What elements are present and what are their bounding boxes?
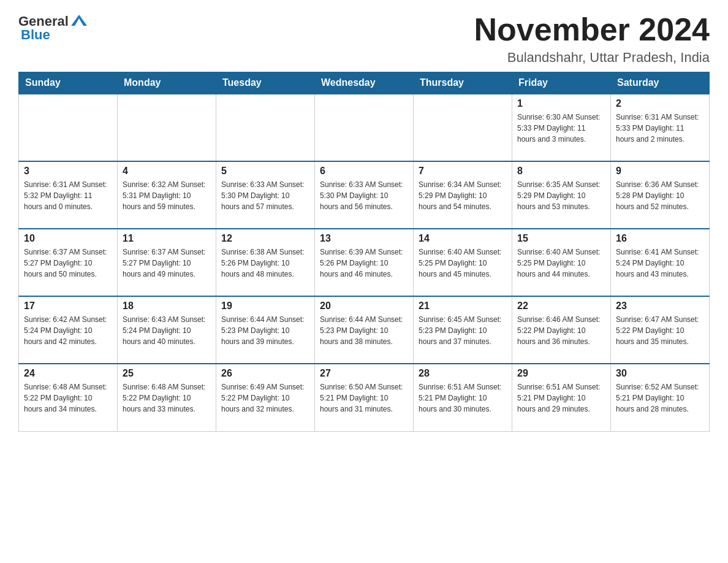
col-thursday: Thursday — [414, 72, 512, 94]
calendar-cell: 12Sunrise: 6:38 AM Sunset: 5:26 PM Dayli… — [216, 229, 315, 296]
col-saturday: Saturday — [611, 72, 710, 94]
calendar-cell: 3Sunrise: 6:31 AM Sunset: 5:32 PM Daylig… — [19, 161, 118, 229]
day-info: Sunrise: 6:34 AM Sunset: 5:29 PM Dayligh… — [419, 179, 507, 212]
day-number: 4 — [123, 166, 211, 177]
calendar-week-row: 17Sunrise: 6:42 AM Sunset: 5:24 PM Dayli… — [19, 296, 710, 364]
calendar-cell — [414, 94, 512, 161]
col-sunday: Sunday — [19, 72, 118, 94]
calendar-cell: 6Sunrise: 6:33 AM Sunset: 5:30 PM Daylig… — [315, 161, 414, 229]
logo: General Blue — [18, 12, 89, 43]
calendar-cell — [118, 94, 216, 161]
day-info: Sunrise: 6:39 AM Sunset: 5:26 PM Dayligh… — [320, 247, 408, 280]
calendar-cell — [216, 94, 315, 161]
col-friday: Friday — [512, 72, 611, 94]
day-info: Sunrise: 6:44 AM Sunset: 5:23 PM Dayligh… — [221, 314, 309, 347]
day-number: 12 — [221, 233, 309, 244]
col-wednesday: Wednesday — [315, 72, 414, 94]
day-number: 28 — [419, 368, 507, 379]
calendar-cell: 21Sunrise: 6:45 AM Sunset: 5:23 PM Dayli… — [414, 296, 512, 364]
day-number: 13 — [320, 233, 408, 244]
calendar-cell: 27Sunrise: 6:50 AM Sunset: 5:21 PM Dayli… — [315, 364, 414, 431]
day-info: Sunrise: 6:33 AM Sunset: 5:30 PM Dayligh… — [221, 179, 309, 212]
day-number: 23 — [616, 301, 704, 312]
day-info: Sunrise: 6:48 AM Sunset: 5:22 PM Dayligh… — [24, 381, 112, 415]
day-info: Sunrise: 6:48 AM Sunset: 5:22 PM Dayligh… — [123, 381, 211, 415]
calendar-cell: 20Sunrise: 6:44 AM Sunset: 5:23 PM Dayli… — [315, 296, 414, 364]
day-info: Sunrise: 6:51 AM Sunset: 5:21 PM Dayligh… — [419, 381, 507, 415]
day-number: 1 — [517, 98, 605, 109]
day-info: Sunrise: 6:33 AM Sunset: 5:30 PM Dayligh… — [320, 179, 408, 212]
day-info: Sunrise: 6:45 AM Sunset: 5:23 PM Dayligh… — [419, 314, 507, 347]
calendar-cell: 7Sunrise: 6:34 AM Sunset: 5:29 PM Daylig… — [414, 161, 512, 229]
calendar-cell: 26Sunrise: 6:49 AM Sunset: 5:22 PM Dayli… — [216, 364, 315, 431]
day-number: 24 — [24, 368, 112, 379]
day-info: Sunrise: 6:40 AM Sunset: 5:25 PM Dayligh… — [517, 247, 605, 280]
day-info: Sunrise: 6:40 AM Sunset: 5:25 PM Dayligh… — [419, 247, 507, 280]
day-number: 18 — [123, 301, 211, 312]
day-info: Sunrise: 6:41 AM Sunset: 5:24 PM Dayligh… — [616, 247, 704, 280]
day-number: 30 — [616, 368, 704, 379]
day-info: Sunrise: 6:35 AM Sunset: 5:29 PM Dayligh… — [517, 179, 605, 212]
calendar-title: November 2024 — [474, 12, 710, 47]
calendar-cell: 30Sunrise: 6:52 AM Sunset: 5:21 PM Dayli… — [611, 364, 710, 431]
calendar-header-row: Sunday Monday Tuesday Wednesday Thursday… — [19, 72, 710, 94]
day-number: 16 — [616, 233, 704, 244]
day-info: Sunrise: 6:51 AM Sunset: 5:21 PM Dayligh… — [517, 381, 605, 415]
calendar-cell: 25Sunrise: 6:48 AM Sunset: 5:22 PM Dayli… — [118, 364, 216, 431]
calendar-cell: 28Sunrise: 6:51 AM Sunset: 5:21 PM Dayli… — [414, 364, 512, 431]
calendar-cell: 5Sunrise: 6:33 AM Sunset: 5:30 PM Daylig… — [216, 161, 315, 229]
day-info: Sunrise: 6:50 AM Sunset: 5:21 PM Dayligh… — [320, 381, 408, 415]
title-block: November 2024 Bulandshahr, Uttar Pradesh… — [474, 12, 710, 66]
day-number: 11 — [123, 233, 211, 244]
day-info: Sunrise: 6:30 AM Sunset: 5:33 PM Dayligh… — [517, 112, 605, 145]
day-number: 20 — [320, 301, 408, 312]
day-info: Sunrise: 6:38 AM Sunset: 5:26 PM Dayligh… — [221, 247, 309, 280]
calendar-cell: 19Sunrise: 6:44 AM Sunset: 5:23 PM Dayli… — [216, 296, 315, 364]
day-number: 26 — [221, 368, 309, 379]
day-number: 6 — [320, 166, 408, 177]
day-info: Sunrise: 6:49 AM Sunset: 5:22 PM Dayligh… — [221, 381, 309, 415]
day-info: Sunrise: 6:37 AM Sunset: 5:27 PM Dayligh… — [123, 247, 211, 280]
day-number: 21 — [419, 301, 507, 312]
calendar-cell: 22Sunrise: 6:46 AM Sunset: 5:22 PM Dayli… — [512, 296, 611, 364]
calendar-cell: 11Sunrise: 6:37 AM Sunset: 5:27 PM Dayli… — [118, 229, 216, 296]
day-number: 29 — [517, 368, 605, 379]
day-number: 27 — [320, 368, 408, 379]
calendar-cell: 8Sunrise: 6:35 AM Sunset: 5:29 PM Daylig… — [512, 161, 611, 229]
day-info: Sunrise: 6:44 AM Sunset: 5:23 PM Dayligh… — [320, 314, 408, 347]
day-info: Sunrise: 6:37 AM Sunset: 5:27 PM Dayligh… — [24, 247, 112, 280]
day-number: 2 — [616, 98, 704, 109]
calendar-cell: 4Sunrise: 6:32 AM Sunset: 5:31 PM Daylig… — [118, 161, 216, 229]
day-number: 14 — [419, 233, 507, 244]
calendar-cell — [315, 94, 414, 161]
day-number: 5 — [221, 166, 309, 177]
logo-blue-text: Blue — [21, 27, 50, 43]
day-info: Sunrise: 6:46 AM Sunset: 5:22 PM Dayligh… — [517, 314, 605, 347]
day-number: 15 — [517, 233, 605, 244]
day-number: 17 — [24, 301, 112, 312]
calendar-week-row: 24Sunrise: 6:48 AM Sunset: 5:22 PM Dayli… — [19, 364, 710, 431]
calendar-cell: 18Sunrise: 6:43 AM Sunset: 5:24 PM Dayli… — [118, 296, 216, 364]
calendar-cell — [19, 94, 118, 161]
calendar-cell: 17Sunrise: 6:42 AM Sunset: 5:24 PM Dayli… — [19, 296, 118, 364]
page-header: General Blue November 2024 Bulandshahr, … — [18, 12, 710, 66]
calendar-week-row: 1Sunrise: 6:30 AM Sunset: 5:33 PM Daylig… — [19, 94, 710, 161]
day-info: Sunrise: 6:36 AM Sunset: 5:28 PM Dayligh… — [616, 179, 704, 212]
day-number: 7 — [419, 166, 507, 177]
day-number: 10 — [24, 233, 112, 244]
day-info: Sunrise: 6:47 AM Sunset: 5:22 PM Dayligh… — [616, 314, 704, 347]
calendar-cell: 14Sunrise: 6:40 AM Sunset: 5:25 PM Dayli… — [414, 229, 512, 296]
calendar-cell: 15Sunrise: 6:40 AM Sunset: 5:25 PM Dayli… — [512, 229, 611, 296]
calendar-cell: 2Sunrise: 6:31 AM Sunset: 5:33 PM Daylig… — [611, 94, 710, 161]
day-number: 8 — [517, 166, 605, 177]
calendar-cell: 24Sunrise: 6:48 AM Sunset: 5:22 PM Dayli… — [19, 364, 118, 431]
day-info: Sunrise: 6:31 AM Sunset: 5:32 PM Dayligh… — [24, 179, 112, 212]
day-info: Sunrise: 6:52 AM Sunset: 5:21 PM Dayligh… — [616, 381, 704, 415]
day-info: Sunrise: 6:43 AM Sunset: 5:24 PM Dayligh… — [123, 314, 211, 347]
day-info: Sunrise: 6:42 AM Sunset: 5:24 PM Dayligh… — [24, 314, 112, 347]
calendar-week-row: 10Sunrise: 6:37 AM Sunset: 5:27 PM Dayli… — [19, 229, 710, 296]
col-monday: Monday — [118, 72, 216, 94]
day-info: Sunrise: 6:32 AM Sunset: 5:31 PM Dayligh… — [123, 179, 211, 212]
day-number: 19 — [221, 301, 309, 312]
day-info: Sunrise: 6:31 AM Sunset: 5:33 PM Dayligh… — [616, 112, 704, 145]
